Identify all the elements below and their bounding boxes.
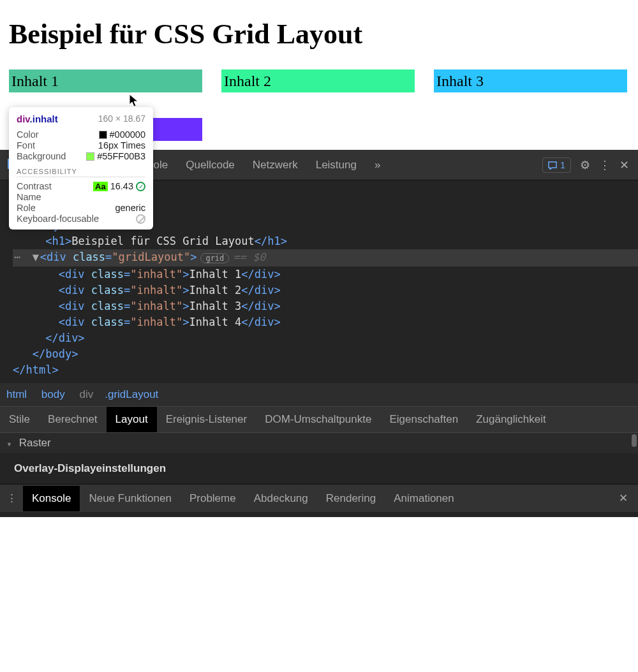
subtab-event-listeners[interactable]: Ereignis-Listener [157,407,256,432]
grid-badge[interactable]: grid [200,253,229,263]
tooltip-font-value: 16px Times [98,140,145,150]
styles-subtabs: Stile Berechnet Layout Ereignis-Listener… [0,406,638,432]
drawer-tab-console[interactable]: Konsole [23,486,80,511]
code-h1-close: </h1> [255,235,287,247]
tooltip-role-value: generic [115,203,145,213]
tooltip-dimensions: 160 × 18.67 [98,113,145,124]
more-menu-icon[interactable]: ⋮ [599,158,611,172]
grid-cell-1[interactable]: Inhalt 1 [9,69,202,92]
code-child-3[interactable]: <div class="inhalt">Inhalt 3</div> [13,298,638,314]
tooltip-color-value: #000000 [110,129,145,140]
tooltip-bg-value: #55FF00B3 [97,151,145,161]
page-heading: Beispiel für CSS Grid Layout [9,18,629,50]
drawer-tab-rendering[interactable]: Rendering [317,486,385,511]
not-focusable-icon [136,214,145,224]
issues-button[interactable]: 1 [542,157,571,173]
code-h1-open: <h1> [45,235,71,247]
bg-swatch-icon [86,152,94,161]
code-child-1[interactable]: <div class="inhalt">Inhalt 1</div> [13,267,638,282]
raster-label: Raster [19,437,51,449]
issues-icon [548,161,557,170]
code-html-close[interactable]: </html> [13,362,638,378]
contrast-badge: Aa [93,182,108,191]
checkmark-icon: ✓ [136,182,145,191]
tooltip-class: .inhalt [30,113,58,124]
code-div-close[interactable]: </div> [13,330,638,346]
subtab-accessibility[interactable]: Zugänglichkeit [467,407,555,432]
drawer-close-icon[interactable]: ✕ [609,492,638,505]
code-gridlayout-row[interactable]: ⋯ ▼<div class="gridLayout">grid== $0 [13,249,638,267]
grid-layout: Inhalt 1 Inhalt 2 Inhalt 3 [9,69,629,92]
tooltip-bg-label: Background [17,151,66,161]
tooltip-tag: div [17,113,30,124]
breadcrumb: html body div.gridLayout [0,383,638,406]
color-swatch-icon [99,131,107,139]
tooltip-contrast-value: 16.43 [110,181,133,191]
subtab-styles[interactable]: Stile [0,407,39,432]
overlay-display-settings: Overlay-Displayeinstellungen [0,453,638,484]
drawer-tab-issues[interactable]: Probleme [181,486,245,511]
close-devtools-icon[interactable]: ✕ [619,158,629,172]
code-child-4[interactable]: <div class="inhalt">Inhalt 4</div> [13,314,638,330]
breadcrumb-gridlayout[interactable]: div.gridLayout [79,388,158,400]
grid-cell-3[interactable]: Inhalt 3 [434,69,627,92]
breadcrumb-html[interactable]: html [6,388,27,400]
drawer-tab-coverage[interactable]: Abdeckung [245,486,317,511]
element-inspector-tooltip: div.inhalt 160 × 18.67 Color #000000 Fon… [9,107,153,230]
issues-count: 1 [560,160,565,170]
drawer-tab-animations[interactable]: Animationen [385,486,463,511]
layout-grid-section[interactable]: Raster [0,432,638,453]
subtab-computed[interactable]: Berechnet [39,407,107,432]
code-h1-text[interactable]: Beispiel für CSS Grid Layout [71,235,255,247]
tooltip-name-label: Name [17,192,41,202]
tab-network[interactable]: Netzwerk [244,151,307,179]
tooltip-font-label: Font [17,140,35,150]
tooltip-contrast-label: Contrast [17,181,52,191]
scrollbar-thumb[interactable] [632,434,637,447]
tooltip-role-label: Role [17,203,36,213]
devtools-drawer: ⋮ Konsole Neue Funktionen Probleme Abdec… [0,484,638,512]
tab-sources[interactable]: Quellcode [177,151,244,179]
code-eq0: == $0 [233,251,265,263]
tooltip-accessibility-heading: ACCESSIBILITY [17,168,145,177]
drawer-menu-icon[interactable]: ⋮ [0,492,23,505]
drawer-tab-whatsnew[interactable]: Neue Funktionen [80,486,180,511]
subtab-properties[interactable]: Eigenschaften [380,407,467,432]
subtab-dom-breakpoints[interactable]: DOM-Umschaltpunkte [256,407,380,432]
tab-overflow[interactable]: » [366,151,389,179]
settings-gear-icon[interactable]: ⚙ [580,158,590,172]
tooltip-color-label: Color [17,129,39,140]
tab-performance[interactable]: Leistung [307,151,366,179]
tooltip-keyboard-label: Keyboard-focusable [17,214,99,224]
code-body-close[interactable]: </body> [13,346,638,362]
subtab-layout[interactable]: Layout [107,407,157,432]
code-child-2[interactable]: <div class="inhalt">Inhalt 2</div> [13,282,638,298]
breadcrumb-body[interactable]: body [41,388,65,400]
grid-cell-2[interactable]: Inhalt 2 [221,69,415,92]
